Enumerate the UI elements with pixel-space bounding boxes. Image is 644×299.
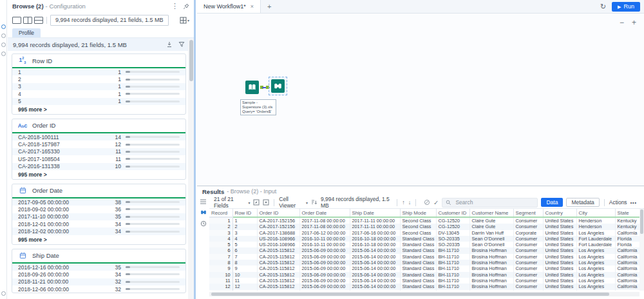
next-record-icon[interactable]: ↓ [408,199,412,206]
table-cell[interactable]: United States [543,265,576,271]
table-cell[interactable]: United States [543,272,576,278]
input-data-tool[interactable] [245,81,259,94]
table-cell[interactable]: Los Angeles [576,230,615,236]
more-actions-icon[interactable]: ••• [630,200,637,205]
data-tab-button[interactable]: Data [541,198,563,207]
table-row[interactable]: 22CA-2017-1521562017-11-08 00:00:002017-… [209,224,639,229]
table-cell[interactable]: United States [543,278,576,284]
table-cell[interactable]: 2015-06-09 00:00:00 [299,254,350,260]
table-cell[interactable]: 2016-10-18 00:00:00 [350,236,400,242]
sort-icon[interactable] [311,199,317,206]
table-cell[interactable]: BH-11710 [436,247,469,253]
no-filter-icon[interactable] [424,199,430,206]
rail-circle-icon[interactable] [1,52,6,56]
column-header[interactable]: Customer Name [469,209,513,217]
table-cell[interactable]: Consumer [513,242,543,247]
table-cell[interactable]: Consumer [513,217,543,224]
table-cell[interactable]: 12 [209,284,232,289]
table-cell[interactable]: 11 [209,278,232,284]
table-row[interactable]: 66CA-2015-1158122015-06-09 00:00:002015-… [209,247,639,253]
table-cell[interactable]: 13 [209,290,232,291]
table-cell[interactable]: CA-2017-152156 [257,224,299,229]
layout-rows-icon[interactable] [34,17,43,24]
table-cell[interactable]: CA-2015-115812 [257,284,299,289]
table-cell[interactable]: Los Angeles [576,260,615,265]
table-row[interactable]: 99CA-2015-1158122015-06-09 00:00:002015-… [209,265,639,271]
table-cell[interactable]: 2015-06-09 00:00:00 [299,247,350,253]
table-cell[interactable]: Henderson [576,217,615,224]
table-cell[interactable]: 10 [232,272,257,278]
column-header[interactable]: City [576,209,615,217]
tab-profile[interactable]: Profile [12,28,41,37]
table-row[interactable]: 11CA-2017-1521562017-11-08 00:00:002017-… [209,217,639,224]
column-header[interactable]: Country [543,209,576,217]
table-cell[interactable]: 2017-11-11 00:00:00 [350,224,400,229]
table-cell[interactable]: BH-11710 [436,254,469,260]
table-cell[interactable]: Consumer [513,265,543,271]
table-cell[interactable]: 2 [209,224,232,229]
table-cell[interactable]: Second Class [400,230,436,236]
table-cell[interactable]: Brosina Hoffman [469,265,513,271]
table-cell[interactable]: 2017-11-11 00:00:00 [350,217,400,224]
table-cell[interactable]: 2015-06-14 00:00:00 [350,260,400,265]
table-cell[interactable]: 2015-06-09 00:00:00 [299,278,350,284]
table-cell[interactable]: Standard Class [400,260,436,265]
table-cell[interactable]: BH-11710 [436,260,469,265]
tool-annotation[interactable]: Sample - Superstore (3).xls Query= 'Orde… [240,99,276,115]
table-cell[interactable]: 2017-06-12 00:00:00 [299,230,350,236]
rail-circle-icon[interactable] [1,34,6,38]
metadata-tab-button[interactable]: Metadata [566,198,599,207]
workflow-canvas[interactable]: − + Sample - Superstore (3).xls Query= '… [197,14,644,186]
column-header[interactable]: Order ID [257,209,299,217]
table-row[interactable]: 88CA-2015-1158122015-06-09 00:00:002015-… [209,260,639,265]
table-cell[interactable]: 9 [209,265,232,271]
check-icon[interactable]: ✓ [433,199,439,206]
table-cell[interactable]: Brosina Hoffman [469,254,513,260]
schedule-icon[interactable]: ↻ [600,3,606,11]
table-cell[interactable]: 2015-06-09 00:00:00 [299,284,350,289]
table-cell[interactable]: 9 [232,265,257,271]
table-cell[interactable]: 10 [209,272,232,278]
table-cell[interactable]: Consumer [513,260,543,265]
table-row[interactable]: 1111CA-2015-1158122015-06-09 00:00:00201… [209,278,639,284]
column-header[interactable]: Customer ID [436,209,469,217]
table-cell[interactable]: Darrin Van Huff [469,230,513,236]
table-cell[interactable]: Fort Lauderdale [576,242,615,247]
column-header[interactable]: State [615,209,639,217]
table-cell[interactable]: Standard Class [400,247,436,253]
table-cell[interactable]: 2015-06-14 00:00:00 [350,254,400,260]
table-cell[interactable]: 7 [209,254,232,260]
table-cell[interactable]: Consumer [513,254,543,260]
table-cell[interactable]: Consumer [513,284,543,289]
table-cell[interactable]: Los Angeles [576,265,615,271]
table-cell[interactable]: California [615,278,639,284]
table-cell[interactable]: Brosina Hoffman [469,260,513,265]
table-cell[interactable]: United States [543,224,576,229]
table-cell[interactable]: Consumer [513,272,543,278]
table-cell[interactable]: BH-11710 [436,284,469,289]
rail-status-icon[interactable] [1,291,6,296]
column-header[interactable]: Ship Date [350,209,400,217]
table-cell[interactable]: Second Class [400,217,436,224]
actions-menu[interactable]: Actions [609,199,627,206]
table-cell[interactable]: Standard Class [400,284,436,289]
table-cell[interactable]: Brosina Hoffman [469,278,513,284]
run-button[interactable]: ▶ Run [612,2,640,12]
column-header[interactable]: Order Date [299,209,350,217]
table-cell[interactable]: Claire Gute [469,217,513,224]
more-values-link[interactable]: 995 more > [12,235,185,244]
table-cell[interactable]: CA-2017-152156 [257,217,299,224]
table-cell[interactable]: California [615,284,639,289]
table-row[interactable]: 1212CA-2015-1158122015-06-09 00:00:00201… [209,284,639,289]
cell-viewer-dropdown[interactable]: Cell Viewer▾ [279,196,308,209]
table-cell[interactable]: Los Angeles [576,247,615,253]
table-cell[interactable]: BH-11710 [436,272,469,278]
table-cell[interactable]: 3 [209,230,232,236]
table-cell[interactable]: CA-2017-138688 [257,230,299,236]
table-cell[interactable]: California [615,272,639,278]
history-clock-icon[interactable] [200,220,207,227]
column-header[interactable]: Record [209,209,232,217]
table-cell[interactable]: US-2016-108966 [257,242,299,247]
table-cell[interactable]: United States [543,230,576,236]
table-cell[interactable]: Claire Gute [469,224,513,229]
